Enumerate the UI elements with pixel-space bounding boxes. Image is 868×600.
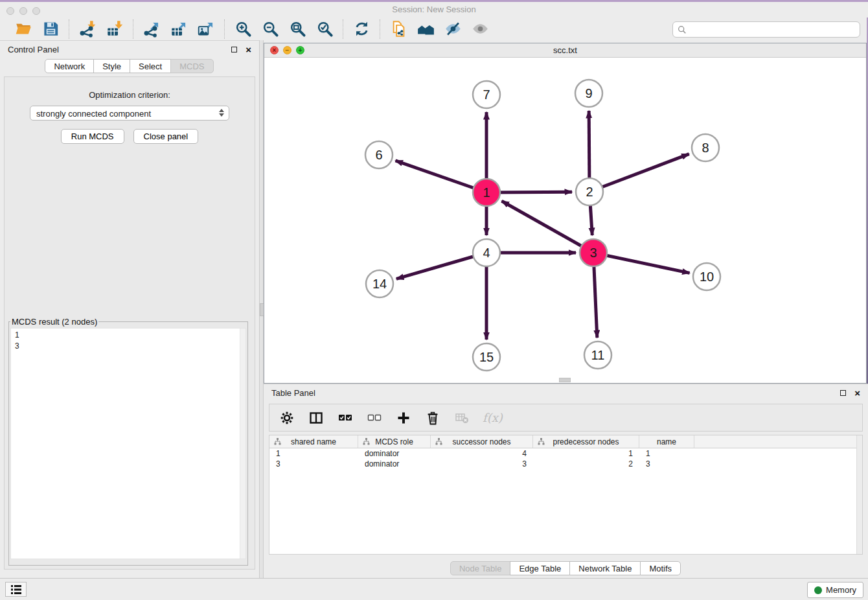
- graph-node-8[interactable]: 8: [692, 134, 719, 161]
- tab-style[interactable]: Style: [93, 59, 130, 73]
- table-cell[interactable]: 3: [639, 459, 694, 469]
- show-all-button[interactable]: [469, 19, 491, 39]
- select-all-checkboxes-button[interactable]: [337, 410, 354, 426]
- clone-network-button[interactable]: [387, 19, 409, 39]
- criterion-dropdown[interactable]: strongly connected component: [30, 106, 229, 121]
- column-header-MCDS-role[interactable]: MCDS role: [358, 435, 431, 448]
- network-close-icon[interactable]: [270, 46, 279, 54]
- graph-edge-3-10[interactable]: [593, 253, 690, 273]
- mcds-result-area[interactable]: 1 3: [10, 328, 246, 559]
- delete-column-button[interactable]: [424, 410, 441, 426]
- add-column-button[interactable]: [395, 410, 412, 426]
- network-maximize-icon[interactable]: [296, 46, 304, 54]
- app-titlebar: Session: New Session: [0, 2, 868, 17]
- graph-node-2[interactable]: 2: [576, 178, 603, 205]
- table-cell[interactable]: 3: [269, 459, 358, 469]
- zoom-out-button[interactable]: [259, 19, 281, 39]
- column-settings-button[interactable]: [279, 410, 295, 426]
- graph-node-4[interactable]: 4: [473, 239, 500, 266]
- refresh-layout-button[interactable]: [350, 19, 372, 39]
- import-network-button[interactable]: [76, 19, 98, 39]
- export-network-icon: [143, 20, 161, 38]
- column-type-icon: [274, 438, 281, 445]
- hide-selected-button[interactable]: [442, 19, 464, 39]
- graph-node-10[interactable]: 10: [693, 263, 720, 290]
- first-neighbors-button[interactable]: [415, 19, 437, 39]
- open-session-button[interactable]: [12, 19, 34, 39]
- graph-node-7[interactable]: 7: [473, 81, 500, 108]
- network-window-titlebar[interactable]: scc.txt: [264, 43, 866, 58]
- table-row[interactable]: 3dominator323: [269, 459, 862, 469]
- column-type-icon: [363, 438, 370, 445]
- table-cell[interactable]: 3: [431, 459, 533, 469]
- memory-button[interactable]: Memory: [807, 582, 863, 598]
- column-header-name[interactable]: name: [639, 435, 694, 448]
- window-close-button[interactable]: [6, 7, 14, 15]
- table-tab-motifs[interactable]: Motifs: [640, 561, 681, 575]
- zoom-out-icon: [262, 20, 279, 38]
- deselect-all-checkboxes-button[interactable]: [366, 410, 383, 426]
- close-panel-button[interactable]: Close panel: [133, 129, 199, 144]
- task-history-button[interactable]: [5, 582, 27, 597]
- control-panel: Control Panel NetworkStyleSelectMCDS Opt…: [0, 40, 259, 579]
- graph-node-9[interactable]: 9: [575, 80, 602, 107]
- table-close-icon[interactable]: [854, 387, 860, 400]
- svg-text:8: 8: [702, 141, 709, 155]
- panel-divider[interactable]: [259, 40, 264, 579]
- table-cell[interactable]: 4: [431, 448, 533, 459]
- dropdown-stepper-icon: [219, 109, 224, 117]
- save-session-button[interactable]: [40, 19, 62, 39]
- float-panel-icon[interactable]: [231, 47, 237, 52]
- graph-node-14[interactable]: 14: [366, 270, 393, 297]
- tab-select[interactable]: Select: [130, 59, 171, 73]
- search-input[interactable]: [689, 23, 860, 36]
- graph-node-11[interactable]: 11: [584, 341, 611, 369]
- graph-edge-2-8[interactable]: [589, 154, 689, 192]
- table-tab-edge-table[interactable]: Edge Table: [510, 561, 570, 575]
- network-canvas[interactable]: 7968124314101511: [264, 57, 866, 383]
- column-header-successor-nodes[interactable]: successor nodes: [431, 435, 533, 448]
- run-mcds-button[interactable]: Run MCDS: [61, 129, 124, 144]
- network-minimize-icon[interactable]: [283, 46, 291, 54]
- export-network-button[interactable]: [141, 19, 163, 39]
- export-table-button[interactable]: [168, 19, 190, 39]
- export-image-button[interactable]: [195, 19, 217, 39]
- table-tab-network-table[interactable]: Network Table: [569, 561, 641, 575]
- show-columns-button[interactable]: [308, 410, 325, 426]
- search-field[interactable]: [672, 21, 860, 38]
- save-session-icon: [42, 20, 60, 38]
- table-cell[interactable]: 1: [639, 448, 694, 459]
- table-tab-node-table[interactable]: Node Table: [450, 561, 511, 575]
- table-cell[interactable]: dominator: [358, 448, 431, 459]
- tab-mcds[interactable]: MCDS: [170, 59, 213, 73]
- graph-edge-3-1[interactable]: [502, 201, 593, 253]
- graph-node-6[interactable]: 6: [365, 141, 393, 168]
- table-cell[interactable]: 1: [269, 448, 358, 459]
- graph-node-3[interactable]: 3: [580, 239, 607, 266]
- window-minimize-button[interactable]: [19, 7, 27, 15]
- table-panel: Table Panel f(x) shared name MCDS role s…: [264, 384, 868, 579]
- column-header-predecessor-nodes[interactable]: predecessor nodes: [533, 435, 639, 448]
- column-header-shared-name[interactable]: shared name: [269, 435, 358, 448]
- column-label: shared name: [291, 437, 336, 446]
- zoom-in-button[interactable]: [232, 19, 254, 39]
- graph-node-1[interactable]: 1: [473, 179, 500, 206]
- zoom-fit-button[interactable]: [286, 19, 308, 39]
- graph-edge-1-6[interactable]: [395, 161, 486, 192]
- show-all-icon: [472, 20, 489, 38]
- table-cell[interactable]: 2: [533, 459, 639, 469]
- zoom-selected-button[interactable]: [314, 19, 336, 39]
- table-row[interactable]: 1dominator411: [269, 448, 862, 459]
- network-hscroll-thumb[interactable]: [559, 378, 571, 382]
- close-panel-icon[interactable]: [246, 43, 251, 56]
- table-cell[interactable]: dominator: [358, 459, 431, 469]
- table-float-icon[interactable]: [840, 390, 846, 396]
- result-scrollbar[interactable]: [240, 329, 246, 559]
- table-cell[interactable]: 1: [533, 448, 639, 459]
- tab-network[interactable]: Network: [45, 59, 94, 73]
- import-table-button[interactable]: [104, 19, 126, 39]
- window-zoom-button[interactable]: [32, 7, 40, 15]
- svg-text:9: 9: [585, 86, 592, 100]
- graph-node-15[interactable]: 15: [473, 343, 500, 371]
- table-scrollbar[interactable]: [856, 435, 862, 554]
